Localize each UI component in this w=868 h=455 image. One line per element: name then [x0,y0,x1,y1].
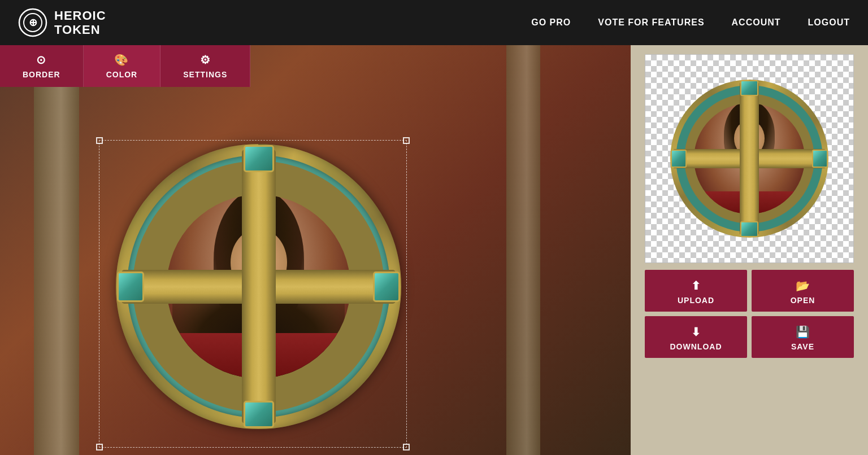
tab-settings[interactable]: ⚙ SETTINGS [160,45,250,87]
preview-cross-v [740,82,759,235]
jewel-top [244,145,274,172]
arch-column-left [34,45,79,455]
right-panel: ⬆ UPLOAD 📂 OPEN ⬇ DOWNLOAD 💾 SAVE [631,45,868,455]
canvas-area: ⊙ BORDER 🎨 COLOR ⚙ SETTINGS [0,45,631,455]
preview-box [645,54,854,263]
nav-links: GO PRO VOTE FOR FEATURES ACCOUNT LOGOUT [531,18,850,28]
color-icon: 🎨 [114,53,129,67]
jewel-right [373,272,400,302]
save-icon: 💾 [796,325,810,339]
save-label: SAVE [791,342,814,351]
token-frame[interactable] [116,144,401,429]
preview-jewel-bottom [740,221,758,237]
action-buttons: ⬆ UPLOAD 📂 OPEN ⬇ DOWNLOAD 💾 SAVE [645,270,854,358]
nav-go-pro[interactable]: GO PRO [531,18,571,28]
settings-icon: ⚙ [200,53,211,67]
navbar: ⊕ HEROIC TOKEN GO PRO VOTE FOR FEATURES … [0,0,868,45]
handle-bl[interactable] [96,444,103,450]
preview-token [670,80,828,238]
upload-button[interactable]: ⬆ UPLOAD [645,270,747,312]
nav-vote[interactable]: VOTE FOR FEATURES [598,18,704,28]
download-label: DOWNLOAD [670,342,722,351]
upload-label: UPLOAD [678,296,714,305]
save-button[interactable]: 💾 SAVE [752,316,854,358]
upload-icon: ⬆ [691,279,701,292]
logo-text: HEROIC TOKEN [54,8,106,37]
handle-tl[interactable] [96,137,103,144]
preview-jewel-top [740,80,758,96]
logo-icon: ⊕ [18,8,47,37]
nav-logout[interactable]: LOGOUT [808,18,850,28]
border-icon: ⊙ [36,53,46,67]
handle-br[interactable] [403,444,410,450]
tab-color-label: COLOR [106,70,138,79]
arch-column-right [506,45,540,455]
handle-tr[interactable] [403,137,410,144]
open-button[interactable]: 📂 OPEN [752,270,854,312]
jewel-left [117,272,144,302]
main-content: ⊙ BORDER 🎨 COLOR ⚙ SETTINGS [0,45,868,455]
logo-area: ⊕ HEROIC TOKEN [18,8,106,37]
preview-jewel-right [812,150,828,168]
toolbar-tabs: ⊙ BORDER 🎨 COLOR ⚙ SETTINGS [0,45,250,87]
svg-text:⊕: ⊕ [29,17,37,28]
tab-color[interactable]: 🎨 COLOR [84,45,161,87]
tab-border[interactable]: ⊙ BORDER [0,45,84,87]
tab-border-label: BORDER [23,70,60,79]
open-icon: 📂 [796,279,810,292]
open-label: OPEN [791,296,815,305]
download-button[interactable]: ⬇ DOWNLOAD [645,316,747,358]
preview-jewel-left [671,150,687,168]
nav-account[interactable]: ACCOUNT [732,18,781,28]
download-icon: ⬇ [691,325,701,339]
tab-settings-label: SETTINGS [183,70,227,79]
cross-vertical [242,150,276,423]
jewel-bottom [244,401,274,428]
